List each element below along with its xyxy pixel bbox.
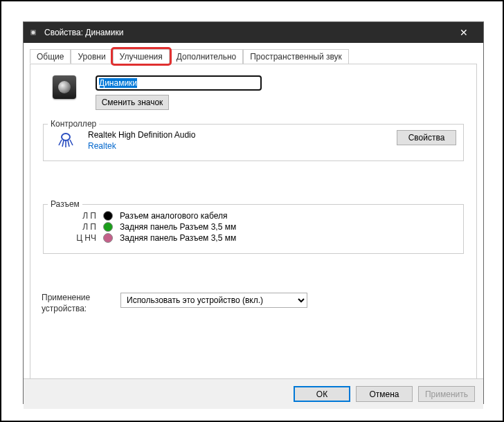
jack-color-dot (103, 211, 113, 221)
controller-name: Realtek High Definition Audio (88, 130, 384, 140)
usage-label: Применение устройства: (42, 293, 105, 314)
ok-button[interactable]: ОК (294, 386, 350, 402)
tabs: Общие Уровни Улучшения Дополнительно Про… (24, 48, 483, 64)
jack-color-dot (103, 222, 113, 232)
dialog-button-bar: ОК Отмена Применить (24, 378, 483, 409)
speaker-icon (53, 75, 76, 99)
controller-vendor-link[interactable]: Realtek (88, 141, 384, 151)
jack-row-desc: Задняя панель Разъем 3,5 мм (120, 222, 236, 232)
tab-spatial[interactable]: Пространственный звук (243, 49, 349, 64)
jack-row-desc: Разъем аналогового кабеля (120, 211, 227, 221)
jack-legend: Разъем (48, 199, 82, 209)
jack-row: Л П Задняя панель Разъем 3,5 мм (51, 221, 456, 232)
usage-select[interactable]: Использовать это устройство (вкл.) (120, 293, 307, 308)
jack-group: Разъем Л П Разъем аналогового кабеля Л П… (43, 204, 464, 254)
jack-color-dot (103, 233, 113, 243)
jack-row-label: Л П (51, 222, 96, 232)
controller-properties-button[interactable]: Свойства (397, 130, 456, 145)
close-button[interactable]: ✕ (450, 22, 478, 43)
svg-point-2 (62, 134, 70, 140)
controller-legend: Контроллер (48, 119, 99, 129)
realtek-icon (56, 130, 75, 149)
change-icon-button[interactable]: Сменить значок (96, 95, 169, 110)
jack-row: Ц НЧ Задняя панель Разъем 3,5 мм (51, 232, 456, 244)
window-title: Свойства: Динамики (44, 28, 450, 37)
tab-levels[interactable]: Уровни (71, 49, 112, 64)
jack-row-desc: Задняя панель Разъем 3,5 мм (120, 233, 236, 243)
titlebar: Свойства: Динамики ✕ (24, 22, 483, 43)
window-icon (29, 27, 40, 38)
jack-row-label: Ц НЧ (51, 233, 96, 243)
tab-general[interactable]: Общие (30, 49, 71, 64)
properties-dialog: Свойства: Динамики ✕ Общие Уровни Улучше… (23, 21, 484, 404)
device-name-input[interactable] (96, 75, 262, 91)
jack-row-label: Л П (51, 211, 96, 221)
jack-row: Л П Разъем аналогового кабеля (51, 210, 456, 221)
svg-point-1 (32, 31, 35, 35)
apply-button[interactable]: Применить (418, 386, 475, 402)
tab-advanced[interactable]: Дополнительно (170, 49, 243, 64)
controller-group: Контроллер Realtek High Definition Audio… (43, 124, 464, 161)
tab-enhancements[interactable]: Улучшения (113, 49, 170, 64)
cancel-button[interactable]: Отмена (356, 386, 413, 402)
tab-panel-general: Сменить значок Контроллер Realte (30, 64, 477, 389)
